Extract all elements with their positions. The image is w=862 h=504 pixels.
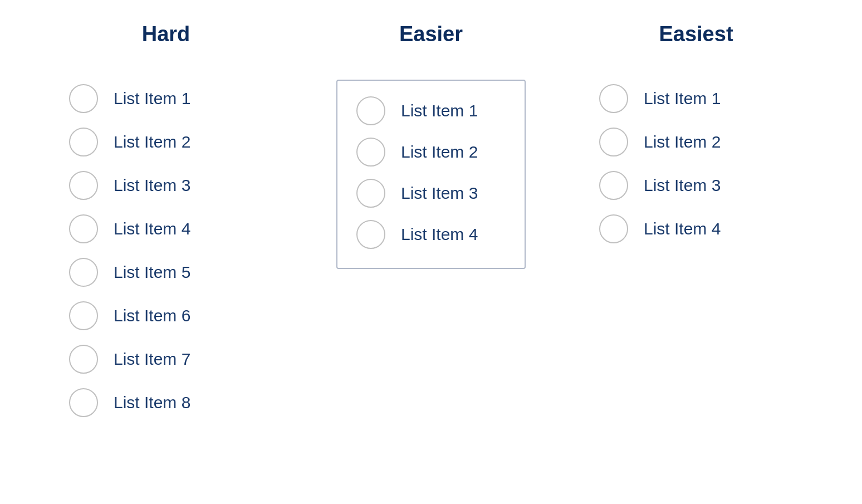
radio-circle[interactable] [599, 84, 628, 113]
list-item: List Item 4 [67, 210, 193, 248]
item-label: List Item 3 [114, 176, 190, 195]
easiest-column: Easiest List Item 1 List Item 2 List Ite… [564, 22, 829, 482]
list-item: List Item 1 [597, 80, 723, 118]
list-item: List Item 3 [67, 167, 193, 204]
easiest-title: Easiest [659, 22, 733, 46]
radio-circle[interactable] [599, 171, 628, 200]
list-item: List Item 8 [67, 384, 193, 422]
radio-circle[interactable] [69, 301, 98, 330]
radio-circle[interactable] [69, 388, 98, 417]
hard-column: Hard List Item 1 List Item 2 List Item 3… [33, 22, 298, 482]
hard-title: Hard [142, 22, 190, 46]
radio-circle[interactable] [599, 214, 628, 243]
list-item: List Item 7 [67, 340, 193, 378]
radio-circle[interactable] [356, 138, 385, 167]
list-item: List Item 3 [597, 167, 723, 204]
hard-list: List Item 1 List Item 2 List Item 3 List… [33, 80, 298, 422]
radio-circle[interactable] [69, 128, 98, 156]
item-label: List Item 7 [114, 350, 190, 369]
item-label: List Item 8 [114, 393, 190, 412]
item-label: List Item 4 [114, 219, 190, 238]
radio-circle[interactable] [69, 171, 98, 200]
item-label: List Item 4 [644, 219, 721, 238]
list-item: List Item 2 [67, 123, 193, 161]
easiest-list: List Item 1 List Item 2 List Item 3 List… [564, 80, 829, 248]
item-label: List Item 1 [644, 89, 721, 108]
list-item: List Item 4 [354, 216, 480, 253]
radio-circle[interactable] [599, 128, 628, 156]
radio-circle[interactable] [69, 345, 98, 374]
radio-circle[interactable] [69, 84, 98, 113]
radio-circle[interactable] [69, 214, 98, 243]
easier-title: Easier [399, 22, 463, 46]
list-item: List Item 4 [597, 210, 723, 248]
list-item: List Item 1 [354, 92, 480, 130]
item-label: List Item 2 [401, 143, 478, 162]
page-container: Hard List Item 1 List Item 2 List Item 3… [0, 0, 862, 504]
item-label: List Item 4 [401, 225, 478, 244]
easier-wrapper: List Item 1 List Item 2 List Item 3 List… [336, 80, 526, 269]
easier-column: Easier List Item 1 List Item 2 List Item… [298, 22, 564, 482]
item-label: List Item 3 [644, 176, 721, 195]
list-item: List Item 3 [354, 174, 480, 212]
item-label: List Item 2 [644, 133, 721, 151]
item-label: List Item 2 [114, 133, 190, 151]
easier-list: List Item 1 List Item 2 List Item 3 List… [349, 92, 525, 253]
item-label: List Item 6 [114, 306, 190, 325]
list-item: List Item 2 [597, 123, 723, 161]
item-label: List Item 5 [114, 263, 190, 282]
item-label: List Item 1 [114, 89, 190, 108]
radio-circle[interactable] [356, 179, 385, 208]
easier-scroll-box[interactable]: List Item 1 List Item 2 List Item 3 List… [336, 80, 526, 269]
radio-circle[interactable] [356, 96, 385, 125]
list-item: List Item 2 [354, 133, 480, 171]
list-item: List Item 5 [67, 253, 193, 291]
list-item: List Item 6 [67, 297, 193, 335]
item-label: List Item 1 [401, 101, 478, 120]
radio-circle[interactable] [356, 220, 385, 249]
radio-circle[interactable] [69, 258, 98, 287]
item-label: List Item 3 [401, 184, 478, 203]
list-item: List Item 1 [67, 80, 193, 118]
